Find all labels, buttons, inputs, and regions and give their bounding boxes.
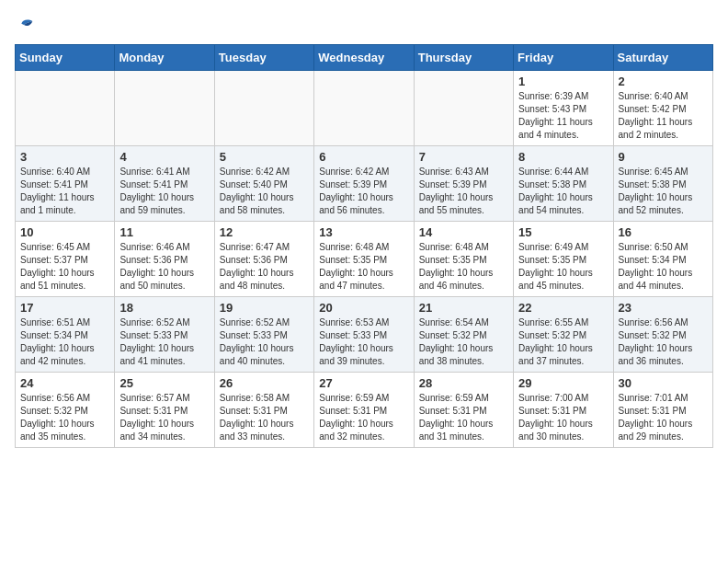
calendar-cell: 9Sunrise: 6:45 AM Sunset: 5:38 PM Daylig…	[613, 146, 712, 222]
calendar-header-sunday: Sunday	[16, 45, 115, 71]
calendar-cell: 4Sunrise: 6:41 AM Sunset: 5:41 PM Daylig…	[115, 146, 214, 222]
page-header	[15, 15, 713, 33]
day-number: 15	[518, 225, 608, 239]
day-info: Sunrise: 6:59 AM Sunset: 5:31 PM Dayligh…	[419, 392, 508, 443]
calendar-header-wednesday: Wednesday	[314, 45, 414, 71]
calendar-cell: 26Sunrise: 6:58 AM Sunset: 5:31 PM Dayli…	[214, 373, 313, 448]
day-info: Sunrise: 6:45 AM Sunset: 5:38 PM Dayligh…	[619, 166, 708, 217]
calendar-cell: 10Sunrise: 6:45 AM Sunset: 5:37 PM Dayli…	[16, 222, 115, 297]
day-number: 4	[119, 150, 209, 164]
day-number: 13	[319, 225, 408, 239]
day-number: 26	[220, 376, 309, 390]
day-info: Sunrise: 6:42 AM Sunset: 5:40 PM Dayligh…	[220, 166, 309, 217]
day-info: Sunrise: 6:40 AM Sunset: 5:42 PM Dayligh…	[619, 90, 708, 142]
day-number: 8	[518, 150, 608, 164]
day-number: 12	[220, 225, 309, 239]
day-number: 23	[619, 301, 708, 315]
day-info: Sunrise: 6:55 AM Sunset: 5:32 PM Dayligh…	[518, 316, 608, 368]
day-info: Sunrise: 6:41 AM Sunset: 5:41 PM Dayligh…	[119, 166, 209, 217]
calendar-cell: 25Sunrise: 6:57 AM Sunset: 5:31 PM Dayli…	[115, 373, 214, 448]
day-number: 6	[319, 150, 408, 164]
day-number: 27	[319, 376, 408, 390]
day-info: Sunrise: 7:00 AM Sunset: 5:31 PM Dayligh…	[518, 392, 608, 443]
day-info: Sunrise: 6:44 AM Sunset: 5:38 PM Dayligh…	[518, 166, 608, 217]
calendar-cell: 22Sunrise: 6:55 AM Sunset: 5:32 PM Dayli…	[514, 297, 613, 373]
day-number: 21	[419, 301, 508, 315]
calendar-week-row: 17Sunrise: 6:51 AM Sunset: 5:34 PM Dayli…	[16, 297, 713, 373]
logo	[15, 15, 35, 33]
day-info: Sunrise: 6:46 AM Sunset: 5:36 PM Dayligh…	[119, 241, 209, 293]
calendar-cell: 6Sunrise: 6:42 AM Sunset: 5:39 PM Daylig…	[314, 146, 414, 222]
calendar-cell: 19Sunrise: 6:52 AM Sunset: 5:33 PM Dayli…	[214, 297, 313, 373]
calendar-cell: 7Sunrise: 6:43 AM Sunset: 5:39 PM Daylig…	[414, 146, 513, 222]
day-number: 25	[119, 376, 209, 390]
calendar-cell: 17Sunrise: 6:51 AM Sunset: 5:34 PM Dayli…	[16, 297, 115, 373]
day-info: Sunrise: 6:50 AM Sunset: 5:34 PM Dayligh…	[619, 241, 708, 293]
day-number: 19	[220, 301, 309, 315]
day-number: 3	[20, 150, 109, 164]
calendar-cell: 27Sunrise: 6:59 AM Sunset: 5:31 PM Dayli…	[314, 373, 414, 448]
day-number: 1	[518, 75, 608, 88]
day-number: 10	[20, 225, 109, 239]
calendar-cell: 14Sunrise: 6:48 AM Sunset: 5:35 PM Dayli…	[414, 222, 513, 297]
calendar-cell: 24Sunrise: 6:56 AM Sunset: 5:32 PM Dayli…	[16, 373, 115, 448]
day-info: Sunrise: 6:49 AM Sunset: 5:35 PM Dayligh…	[518, 241, 608, 293]
calendar-cell: 23Sunrise: 6:56 AM Sunset: 5:32 PM Dayli…	[613, 297, 712, 373]
calendar-cell: 11Sunrise: 6:46 AM Sunset: 5:36 PM Dayli…	[115, 222, 214, 297]
day-info: Sunrise: 6:53 AM Sunset: 5:33 PM Dayligh…	[319, 316, 408, 368]
day-number: 16	[619, 225, 708, 239]
day-info: Sunrise: 6:54 AM Sunset: 5:32 PM Dayligh…	[419, 316, 508, 368]
day-info: Sunrise: 6:42 AM Sunset: 5:39 PM Dayligh…	[319, 166, 408, 217]
day-info: Sunrise: 6:48 AM Sunset: 5:35 PM Dayligh…	[319, 241, 408, 293]
calendar-cell	[16, 71, 115, 146]
day-info: Sunrise: 6:45 AM Sunset: 5:37 PM Dayligh…	[20, 241, 109, 293]
day-number: 30	[619, 376, 708, 390]
calendar-cell	[414, 71, 513, 146]
day-number: 7	[419, 150, 508, 164]
day-number: 9	[619, 150, 708, 164]
calendar-header-saturday: Saturday	[613, 45, 712, 71]
day-info: Sunrise: 6:51 AM Sunset: 5:34 PM Dayligh…	[20, 316, 109, 368]
day-number: 28	[419, 376, 508, 390]
calendar-cell	[314, 71, 414, 146]
day-info: Sunrise: 6:39 AM Sunset: 5:43 PM Dayligh…	[518, 90, 608, 142]
day-info: Sunrise: 6:48 AM Sunset: 5:35 PM Dayligh…	[419, 241, 508, 293]
day-info: Sunrise: 6:40 AM Sunset: 5:41 PM Dayligh…	[20, 166, 109, 217]
calendar-cell: 21Sunrise: 6:54 AM Sunset: 5:32 PM Dayli…	[414, 297, 513, 373]
day-info: Sunrise: 6:58 AM Sunset: 5:31 PM Dayligh…	[220, 392, 309, 443]
day-info: Sunrise: 6:43 AM Sunset: 5:39 PM Dayligh…	[419, 166, 508, 217]
day-info: Sunrise: 6:52 AM Sunset: 5:33 PM Dayligh…	[119, 316, 209, 368]
calendar-cell: 12Sunrise: 6:47 AM Sunset: 5:36 PM Dayli…	[214, 222, 313, 297]
calendar-header-tuesday: Tuesday	[214, 45, 313, 71]
calendar-week-row: 1Sunrise: 6:39 AM Sunset: 5:43 PM Daylig…	[16, 71, 713, 146]
day-info: Sunrise: 6:59 AM Sunset: 5:31 PM Dayligh…	[319, 392, 408, 443]
day-info: Sunrise: 6:56 AM Sunset: 5:32 PM Dayligh…	[619, 316, 708, 368]
day-number: 11	[119, 225, 209, 239]
calendar-cell	[115, 71, 214, 146]
day-number: 2	[619, 75, 708, 88]
day-number: 24	[20, 376, 109, 390]
calendar-cell: 16Sunrise: 6:50 AM Sunset: 5:34 PM Dayli…	[613, 222, 712, 297]
day-info: Sunrise: 7:01 AM Sunset: 5:31 PM Dayligh…	[619, 392, 708, 443]
calendar-header-thursday: Thursday	[414, 45, 513, 71]
calendar-cell: 15Sunrise: 6:49 AM Sunset: 5:35 PM Dayli…	[514, 222, 613, 297]
day-number: 5	[220, 150, 309, 164]
calendar-cell: 8Sunrise: 6:44 AM Sunset: 5:38 PM Daylig…	[514, 146, 613, 222]
day-number: 29	[518, 376, 608, 390]
calendar-week-row: 10Sunrise: 6:45 AM Sunset: 5:37 PM Dayli…	[16, 222, 713, 297]
day-number: 20	[319, 301, 408, 315]
calendar-cell: 5Sunrise: 6:42 AM Sunset: 5:40 PM Daylig…	[214, 146, 313, 222]
calendar-cell: 18Sunrise: 6:52 AM Sunset: 5:33 PM Dayli…	[115, 297, 214, 373]
calendar-cell	[214, 71, 313, 146]
calendar-cell: 13Sunrise: 6:48 AM Sunset: 5:35 PM Dayli…	[314, 222, 414, 297]
calendar-cell: 20Sunrise: 6:53 AM Sunset: 5:33 PM Dayli…	[314, 297, 414, 373]
day-info: Sunrise: 6:47 AM Sunset: 5:36 PM Dayligh…	[220, 241, 309, 293]
calendar-cell: 1Sunrise: 6:39 AM Sunset: 5:43 PM Daylig…	[514, 71, 613, 146]
calendar-header-friday: Friday	[514, 45, 613, 71]
calendar-cell: 29Sunrise: 7:00 AM Sunset: 5:31 PM Dayli…	[514, 373, 613, 448]
day-info: Sunrise: 6:56 AM Sunset: 5:32 PM Dayligh…	[20, 392, 109, 443]
day-number: 22	[518, 301, 608, 315]
calendar-week-row: 24Sunrise: 6:56 AM Sunset: 5:32 PM Dayli…	[16, 373, 713, 448]
calendar-cell: 2Sunrise: 6:40 AM Sunset: 5:42 PM Daylig…	[613, 71, 712, 146]
day-info: Sunrise: 6:52 AM Sunset: 5:33 PM Dayligh…	[220, 316, 309, 368]
